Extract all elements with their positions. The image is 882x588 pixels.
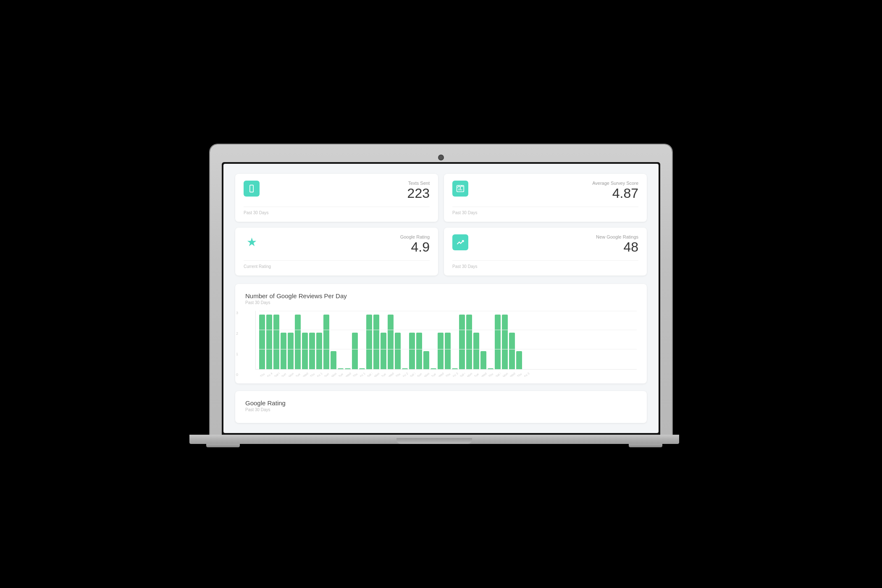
bar-26[interactable]: [445, 333, 451, 369]
grid-line-3: [259, 311, 637, 311]
x-label-26: Thu 30th: [445, 372, 452, 376]
stat-meta-4: New Google Ratings 48: [596, 234, 638, 254]
bar-28[interactable]: [459, 315, 465, 369]
x-label-13: Thu 16th: [352, 372, 359, 376]
x-label-25: Wed 29th: [438, 372, 444, 376]
bar-22[interactable]: [416, 333, 422, 369]
bar-9[interactable]: [323, 315, 329, 369]
x-axis-labels: Thu 4thFri 4thSat 6thSun 7thMon 9thTue 9…: [255, 370, 637, 377]
bar-30[interactable]: [473, 333, 479, 369]
bar-29[interactable]: [466, 315, 472, 369]
bar-33[interactable]: [495, 315, 501, 369]
webcam: [439, 155, 443, 160]
bar-13[interactable]: [352, 333, 358, 369]
chart-icon: [452, 181, 468, 197]
star-icon: ★: [244, 234, 260, 250]
bar-21[interactable]: [409, 333, 415, 369]
survey-score-label: Average Survey Score: [592, 181, 638, 186]
x-label-15: Sat 19th: [367, 372, 373, 376]
screen-outer: Texts Sent 223 Past 30 Days: [222, 162, 660, 435]
bar-6[interactable]: [302, 333, 308, 369]
texts-sent-period: Past 30 Days: [244, 207, 430, 215]
laptop-mockup: Texts Sent 223 Past 30 Days: [210, 144, 672, 444]
x-label-30: Tue 28th: [474, 372, 480, 376]
bar-4[interactable]: [288, 333, 294, 369]
bar-23[interactable]: [423, 351, 429, 369]
y-label-2: 2: [236, 331, 238, 336]
stat-card-texts-sent: Texts Sent 223 Past 30 Days: [235, 174, 438, 222]
x-label-10: Mon 14th: [331, 372, 337, 376]
google-rating-chart-title: Google Rating: [245, 399, 637, 407]
bar-16[interactable]: [373, 315, 379, 369]
laptop-bezel-top: [222, 152, 660, 162]
bar-35[interactable]: [509, 333, 515, 369]
bar-31[interactable]: [480, 351, 486, 369]
bar-14[interactable]: [359, 368, 365, 369]
bar-1[interactable]: [266, 315, 272, 369]
x-label-33: Sat 30th: [495, 372, 501, 376]
bar-24[interactable]: [430, 368, 436, 369]
laptop-base: [189, 435, 679, 444]
bar-11[interactable]: [338, 368, 344, 369]
stat-card-google-rating: ★ Google Rating 4.9 Current Rating: [235, 228, 438, 276]
bar-20[interactable]: [402, 368, 408, 369]
x-label-6: Wed 9th: [302, 372, 309, 376]
x-label-17: Tue 21st: [381, 372, 387, 376]
laptop-foot-left: [206, 444, 240, 447]
x-label-29: Mon 27th: [467, 372, 473, 376]
google-rating-period: Current Rating: [244, 260, 430, 269]
x-label-31: Wed 29th: [481, 372, 487, 376]
stat-meta-3: Google Rating 4.9: [400, 234, 430, 254]
bar-25[interactable]: [438, 333, 444, 369]
laptop-body: Texts Sent 223 Past 30 Days: [210, 144, 672, 435]
bar-17[interactable]: [381, 333, 386, 369]
bar-10[interactable]: [331, 351, 336, 369]
new-ratings-label: New Google Ratings: [596, 234, 638, 239]
stat-card-header-2: Average Survey Score 4.87: [452, 181, 638, 200]
bar-chart-bars: [255, 311, 637, 370]
bar-15[interactable]: [366, 315, 372, 369]
x-label-35: Wed 1st: [509, 372, 516, 376]
x-label-36: Thu 2nd: [517, 372, 523, 376]
bar-8[interactable]: [316, 333, 322, 369]
x-label-7: Thu 9th: [310, 372, 316, 376]
stat-card-header: Texts Sent 223: [244, 181, 430, 200]
x-label-27: Fri 3rd: [452, 372, 459, 376]
y-label-3: 3: [236, 311, 238, 315]
bar-34[interactable]: [502, 315, 508, 369]
bar-5[interactable]: [295, 315, 301, 369]
x-label-18: Wed 22nd: [388, 372, 394, 376]
bar-12[interactable]: [345, 368, 351, 369]
x-label-20: Fri 24th: [402, 372, 409, 376]
survey-score-value: 4.87: [612, 186, 638, 201]
bar-0[interactable]: [259, 315, 265, 369]
google-rating-chart-period: Past 30 Days: [245, 407, 637, 412]
bar-27[interactable]: [452, 368, 458, 369]
bar-19[interactable]: [395, 333, 401, 369]
bar-7[interactable]: [309, 333, 315, 369]
x-label-19: Thu 23rd: [395, 372, 402, 376]
bar-36[interactable]: [516, 351, 522, 369]
x-label-32: Thu 30th: [488, 372, 494, 376]
x-label-8: Fri 12th: [317, 372, 323, 376]
laptop-hinge: [396, 438, 472, 444]
laptop-foot-right: [629, 444, 662, 447]
dashboard: Texts Sent 223 Past 30 Days: [223, 164, 659, 433]
bar-2[interactable]: [273, 315, 279, 369]
x-label-4: Mon 9th: [288, 372, 294, 376]
x-label-37: Fri 3rd: [524, 372, 530, 376]
bar-chart-container: 3 2 1 0: [245, 311, 637, 377]
bar-18[interactable]: [388, 315, 394, 369]
stat-meta-2: Average Survey Score 4.87: [592, 181, 638, 200]
x-label-1: Fri 4th: [267, 372, 273, 376]
x-label-22: Sun 26th: [417, 372, 423, 376]
x-label-23: Mon 27th: [424, 372, 430, 376]
x-label-3: Sun 7th: [281, 372, 287, 376]
phone-icon: [244, 181, 260, 197]
new-ratings-period: Past 30 Days: [452, 260, 638, 269]
google-rating-label: Google Rating: [400, 234, 430, 239]
bar-3[interactable]: [281, 333, 286, 369]
stat-card-new-ratings: New Google Ratings 48 Past 30 Days: [444, 228, 647, 276]
svg-rect-0: [250, 185, 253, 192]
bar-32[interactable]: [488, 368, 494, 369]
